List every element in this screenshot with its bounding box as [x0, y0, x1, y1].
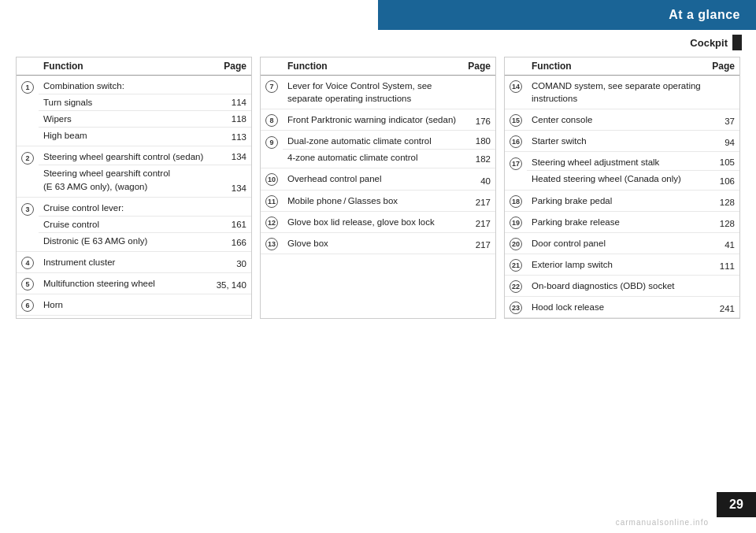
- function-text: Parking brake release: [527, 211, 707, 232]
- table-row: Turn signals114: [17, 94, 251, 111]
- circle-number: 6: [21, 299, 34, 312]
- circle-number: 5: [21, 278, 34, 291]
- circle-number: 8: [265, 114, 278, 127]
- table-row: 18Parking brake pedal128: [505, 190, 739, 211]
- row-number-cell: 12: [261, 211, 283, 232]
- circle-number: 19: [510, 217, 522, 229]
- table3: FunctionPage14COMAND system, see separat…: [504, 57, 740, 319]
- circle-number: 7: [265, 80, 278, 93]
- section-marker: [732, 35, 742, 50]
- function-text: On-board diagnostics (OBD) socket: [527, 275, 707, 296]
- page-number-cell: [212, 76, 251, 94]
- th-function: Function: [283, 57, 463, 76]
- function-text: Wipers: [39, 111, 212, 128]
- table-row: 10Overhead control panel40: [261, 168, 495, 190]
- circle-number: 20: [510, 238, 522, 250]
- page-number-cell: 94: [707, 131, 739, 152]
- row-number-cell: 14: [505, 76, 527, 109]
- circle-number: 12: [265, 217, 278, 229]
- page-number-cell: 182: [463, 150, 495, 168]
- function-text: Center console: [527, 109, 707, 131]
- function-text: Glove box lid release, glove box lock: [283, 211, 463, 232]
- circle-number: 2: [21, 152, 34, 165]
- table-row: 17Steering wheel adjustment stalk105: [505, 152, 739, 171]
- circle-number: 4: [21, 257, 34, 269]
- function-text: Steering wheel gearshift control (sedan): [39, 146, 212, 165]
- function-text: Starter switch: [527, 131, 707, 152]
- function-text: Turn signals: [39, 94, 212, 111]
- row-number-cell: 3: [17, 197, 39, 251]
- circle-number: 10: [265, 173, 278, 186]
- row-number-cell: 2: [17, 146, 39, 197]
- row-number-cell: 15: [505, 109, 527, 131]
- table-row: 4Instrument cluster30: [17, 251, 251, 272]
- page-number-cell: 118: [212, 111, 251, 128]
- row-number-cell: 9: [261, 131, 283, 168]
- page-number-cell: 217: [463, 232, 495, 254]
- row-number-cell: 6: [17, 294, 39, 316]
- table-row: 12Glove box lid release, glove box lock2…: [261, 211, 495, 232]
- table-row: 1Combination switch:: [17, 76, 251, 94]
- tables-container: FunctionPage1Combination switch:Turn sig…: [16, 57, 740, 319]
- row-number-cell: 16: [505, 131, 527, 152]
- page-number-cell: 241: [707, 297, 739, 318]
- circle-number: 15: [510, 114, 522, 127]
- page-number-cell: 217: [463, 211, 495, 232]
- th-page: Page: [707, 57, 739, 76]
- row-number-cell: 7: [261, 76, 283, 109]
- table-row: 23Hood lock release241: [505, 297, 739, 318]
- table-row: Distronic (E 63 AMG only)166: [17, 232, 251, 251]
- table-row: 9Dual-zone automatic climate control180: [261, 131, 495, 150]
- page-number-cell: [707, 275, 739, 296]
- page-number-cell: 105: [707, 152, 739, 171]
- page-number-cell: 161: [212, 216, 251, 232]
- row-number-cell: 21: [505, 254, 527, 275]
- function-text: Parking brake pedal: [527, 190, 707, 211]
- page-number-cell: 37: [707, 109, 739, 131]
- th-empty: [505, 57, 527, 76]
- th-empty: [17, 57, 39, 76]
- row-number-cell: 13: [261, 232, 283, 254]
- page-number-cell: 40: [463, 168, 495, 190]
- circle-number: 3: [21, 203, 34, 216]
- th-empty: [261, 57, 283, 76]
- circle-number: 17: [510, 157, 522, 170]
- page-number-cell: 180: [463, 131, 495, 150]
- table-row: 15Center console37: [505, 109, 739, 131]
- circle-number: 21: [510, 259, 522, 272]
- page-number-cell: 106: [707, 171, 739, 190]
- row-number-cell: 10: [261, 168, 283, 190]
- table-row: 13Glove box217: [261, 232, 495, 254]
- page-number-cell: 134: [212, 165, 251, 197]
- function-text: Steering wheel adjustment stalk: [527, 152, 707, 171]
- table-row: 5Multifunction steering wheel35, 140: [17, 273, 251, 294]
- page-number-cell: 128: [707, 211, 739, 232]
- page-badge: 29: [717, 492, 756, 517]
- circle-number: 23: [510, 302, 522, 314]
- th-function: Function: [39, 57, 212, 76]
- function-text: Multifunction steering wheel: [39, 273, 212, 294]
- th-page: Page: [463, 57, 495, 76]
- table-row: 22On-board diagnostics (OBD) socket: [505, 275, 739, 296]
- function-text: Exterior lamp switch: [527, 254, 707, 275]
- table-row: Heated steering wheel (Canada only)106: [505, 171, 739, 190]
- header-bar: At a glance: [378, 0, 756, 30]
- function-text: Cruise control lever:: [39, 197, 212, 216]
- function-text: Door control panel: [527, 232, 707, 254]
- row-number-cell: 22: [505, 275, 527, 296]
- table-row: 16Starter switch94: [505, 131, 739, 152]
- page-number-cell: [212, 197, 251, 216]
- table-row: 8Front Parktronic warning indicator (sed…: [261, 109, 495, 131]
- function-text: Dual-zone automatic climate control: [283, 131, 463, 150]
- cockpit-text: Cockpit: [690, 37, 728, 49]
- circle-number: 11: [265, 195, 278, 208]
- page-number-cell: 111: [707, 254, 739, 275]
- function-text: Instrument cluster: [39, 251, 212, 272]
- page-number-cell: 128: [707, 190, 739, 211]
- th-function: Function: [527, 57, 707, 76]
- function-text: Horn: [39, 294, 212, 316]
- row-number-cell: 18: [505, 190, 527, 211]
- table-row: 3Cruise control lever:: [17, 197, 251, 216]
- function-text: Mobile phone / Glasses box: [283, 190, 463, 211]
- row-number-cell: 17: [505, 152, 527, 190]
